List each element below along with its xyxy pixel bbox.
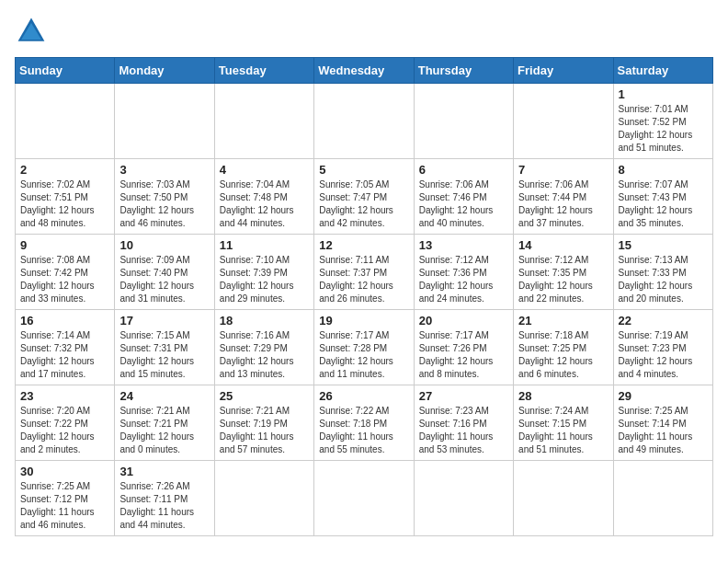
day-number: 23 [20,389,109,403]
day-info: Sunrise: 7:13 AM Sunset: 7:33 PM Dayligh… [619,254,708,305]
weekday-header-monday: Monday [115,58,214,84]
day-info: Sunrise: 7:09 AM Sunset: 7:40 PM Dayligh… [119,254,209,305]
day-info: Sunrise: 7:03 AM Sunset: 7:50 PM Dayligh… [119,178,209,230]
day-cell [414,84,513,159]
day-cell: 7Sunrise: 7:06 AM Sunset: 7:44 PM Daylig… [514,159,613,235]
day-info: Sunrise: 7:18 AM Sunset: 7:25 PM Dayligh… [518,329,608,381]
day-cell: 26Sunrise: 7:22 AM Sunset: 7:18 PM Dayli… [314,385,414,461]
day-cell: 22Sunrise: 7:19 AM Sunset: 7:23 PM Dayli… [613,310,712,385]
day-cell: 23Sunrise: 7:20 AM Sunset: 7:22 PM Dayli… [16,385,115,461]
week-row-6: 30Sunrise: 7:25 AM Sunset: 7:12 PM Dayli… [16,461,713,536]
day-info: Sunrise: 7:11 AM Sunset: 7:37 PM Dayligh… [319,254,408,305]
day-info: Sunrise: 7:17 AM Sunset: 7:28 PM Dayligh… [319,329,408,381]
day-cell [314,84,414,159]
day-cell [214,461,313,536]
day-number: 6 [419,163,508,177]
day-cell: 8Sunrise: 7:07 AM Sunset: 7:43 PM Daylig… [613,159,712,235]
day-info: Sunrise: 7:14 AM Sunset: 7:32 PM Dayligh… [20,329,109,381]
day-number: 7 [518,163,608,177]
day-cell: 11Sunrise: 7:10 AM Sunset: 7:39 PM Dayli… [214,235,313,310]
week-row-3: 9Sunrise: 7:08 AM Sunset: 7:42 PM Daylig… [16,235,713,310]
day-info: Sunrise: 7:05 AM Sunset: 7:47 PM Dayligh… [319,178,408,230]
day-cell: 4Sunrise: 7:04 AM Sunset: 7:48 PM Daylig… [214,159,313,235]
day-cell [214,84,313,159]
day-number: 20 [419,314,508,327]
day-info: Sunrise: 7:25 AM Sunset: 7:14 PM Dayligh… [619,405,708,456]
day-number: 3 [119,163,209,177]
day-number: 30 [20,465,109,478]
day-number: 10 [119,238,209,252]
page-header [15,15,713,48]
day-info: Sunrise: 7:06 AM Sunset: 7:44 PM Dayligh… [518,178,608,230]
day-number: 27 [419,389,508,403]
day-cell: 20Sunrise: 7:17 AM Sunset: 7:26 PM Dayli… [414,310,513,385]
day-cell [613,461,712,536]
day-cell: 18Sunrise: 7:16 AM Sunset: 7:29 PM Dayli… [214,310,313,385]
weekday-header-saturday: Saturday [613,58,712,84]
day-info: Sunrise: 7:08 AM Sunset: 7:42 PM Dayligh… [20,254,109,305]
day-cell: 6Sunrise: 7:06 AM Sunset: 7:46 PM Daylig… [414,159,513,235]
day-cell: 21Sunrise: 7:18 AM Sunset: 7:25 PM Dayli… [514,310,613,385]
day-info: Sunrise: 7:06 AM Sunset: 7:46 PM Dayligh… [419,178,508,230]
day-cell: 13Sunrise: 7:12 AM Sunset: 7:36 PM Dayli… [414,235,513,310]
day-cell: 24Sunrise: 7:21 AM Sunset: 7:21 PM Dayli… [115,385,214,461]
day-cell: 1Sunrise: 7:01 AM Sunset: 7:52 PM Daylig… [613,84,712,159]
day-cell: 31Sunrise: 7:26 AM Sunset: 7:11 PM Dayli… [115,461,214,536]
day-number: 17 [119,314,209,327]
day-number: 24 [119,389,209,403]
day-info: Sunrise: 7:07 AM Sunset: 7:43 PM Dayligh… [619,178,708,230]
day-cell [115,84,214,159]
weekday-header-thursday: Thursday [414,58,513,84]
week-row-2: 2Sunrise: 7:02 AM Sunset: 7:51 PM Daylig… [16,159,713,235]
day-cell [16,84,115,159]
weekday-header-friday: Friday [514,58,613,84]
day-number: 29 [619,389,708,403]
day-cell: 27Sunrise: 7:23 AM Sunset: 7:16 PM Dayli… [414,385,513,461]
day-info: Sunrise: 7:16 AM Sunset: 7:29 PM Dayligh… [220,329,309,381]
day-cell: 25Sunrise: 7:21 AM Sunset: 7:19 PM Dayli… [214,385,313,461]
day-cell [514,461,613,536]
day-cell: 30Sunrise: 7:25 AM Sunset: 7:12 PM Dayli… [16,461,115,536]
day-cell: 10Sunrise: 7:09 AM Sunset: 7:40 PM Dayli… [115,235,214,310]
day-info: Sunrise: 7:21 AM Sunset: 7:19 PM Dayligh… [220,405,309,456]
day-number: 16 [20,314,109,327]
day-info: Sunrise: 7:20 AM Sunset: 7:22 PM Dayligh… [20,405,109,456]
day-cell: 2Sunrise: 7:02 AM Sunset: 7:51 PM Daylig… [16,159,115,235]
day-info: Sunrise: 7:25 AM Sunset: 7:12 PM Dayligh… [20,480,109,532]
day-number: 15 [619,238,708,252]
day-number: 14 [518,238,608,252]
day-info: Sunrise: 7:19 AM Sunset: 7:23 PM Dayligh… [619,329,708,381]
day-cell: 14Sunrise: 7:12 AM Sunset: 7:35 PM Dayli… [514,235,613,310]
day-cell: 19Sunrise: 7:17 AM Sunset: 7:28 PM Dayli… [314,310,414,385]
weekday-header-tuesday: Tuesday [214,58,313,84]
day-info: Sunrise: 7:24 AM Sunset: 7:15 PM Dayligh… [518,405,608,456]
day-info: Sunrise: 7:23 AM Sunset: 7:16 PM Dayligh… [419,405,508,456]
day-number: 18 [220,314,309,327]
day-number: 25 [220,389,309,403]
day-info: Sunrise: 7:12 AM Sunset: 7:35 PM Dayligh… [518,254,608,305]
day-info: Sunrise: 7:10 AM Sunset: 7:39 PM Dayligh… [220,254,309,305]
calendar-table: SundayMondayTuesdayWednesdayThursdayFrid… [15,57,713,536]
day-cell: 9Sunrise: 7:08 AM Sunset: 7:42 PM Daylig… [16,235,115,310]
day-cell: 15Sunrise: 7:13 AM Sunset: 7:33 PM Dayli… [613,235,712,310]
day-number: 22 [619,314,708,327]
day-cell: 29Sunrise: 7:25 AM Sunset: 7:14 PM Dayli… [613,385,712,461]
day-number: 9 [20,238,109,252]
day-cell: 28Sunrise: 7:24 AM Sunset: 7:15 PM Dayli… [514,385,613,461]
day-info: Sunrise: 7:12 AM Sunset: 7:36 PM Dayligh… [419,254,508,305]
day-number: 11 [220,238,309,252]
day-info: Sunrise: 7:02 AM Sunset: 7:51 PM Dayligh… [20,178,109,230]
day-cell [414,461,513,536]
day-number: 4 [220,163,309,177]
day-cell: 17Sunrise: 7:15 AM Sunset: 7:31 PM Dayli… [115,310,214,385]
day-info: Sunrise: 7:01 AM Sunset: 7:52 PM Dayligh… [619,103,708,155]
day-cell [514,84,613,159]
day-info: Sunrise: 7:26 AM Sunset: 7:11 PM Dayligh… [119,480,209,532]
weekday-header-sunday: Sunday [16,58,115,84]
week-row-1: 1Sunrise: 7:01 AM Sunset: 7:52 PM Daylig… [16,84,713,159]
weekday-header-wednesday: Wednesday [314,58,414,84]
day-cell [314,461,414,536]
day-cell: 3Sunrise: 7:03 AM Sunset: 7:50 PM Daylig… [115,159,214,235]
day-number: 1 [619,87,708,101]
day-info: Sunrise: 7:04 AM Sunset: 7:48 PM Dayligh… [220,178,309,230]
